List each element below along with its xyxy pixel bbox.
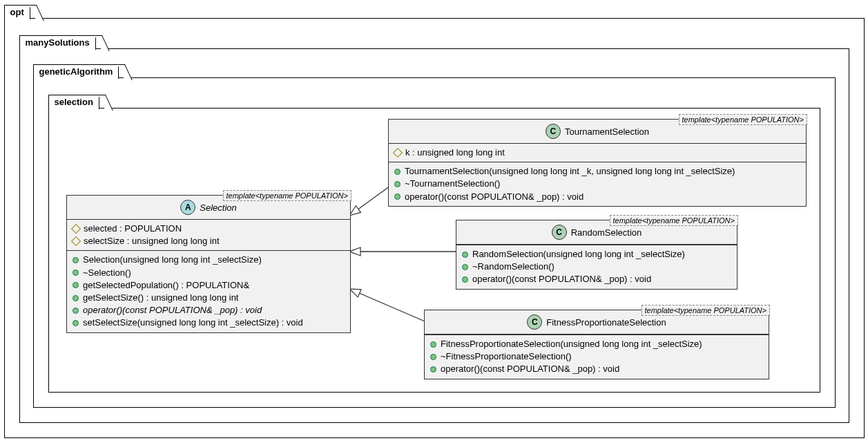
public-marker [73,320,79,326]
public-marker [394,181,401,187]
class-tournamentselection: template<typename POPULATION> C Tourname… [388,119,807,207]
public-marker [462,252,468,258]
public-marker [430,366,436,373]
protected-marker [393,148,403,158]
package-geneticalgorithm-tab: geneticAlgorithm [33,64,119,79]
public-marker [73,308,79,314]
class-fitnessselection-name: FitnessProportionateSelection [546,317,666,328]
abstract-badge: A [180,200,195,215]
class-selection: template<typename POPULATION> A Selectio… [66,195,351,333]
public-marker [430,341,436,348]
public-marker [462,264,468,270]
package-selection-tab: selection [48,95,99,109]
protected-marker [71,236,81,246]
protected-marker [71,224,81,234]
public-marker [73,295,79,301]
public-marker [73,270,79,276]
class-selection-name: Selection [200,202,236,213]
package-opt-tab: opt [4,5,30,19]
public-marker [430,354,436,360]
public-marker [462,276,468,283]
class-badge: C [546,124,561,139]
public-marker [394,169,401,175]
class-tournamentselection-name: TournamentSelection [565,126,649,137]
class-badge: C [552,225,567,240]
class-fitnessselection: template<typename POPULATION> C FitnessP… [424,310,769,379]
class-randomselection: template<typename POPULATION> C RandomSe… [456,220,737,290]
public-marker [394,194,401,200]
package-manysolutions-tab: manySolutions [19,35,96,50]
uml-diagram: opt manySolutions geneticAlgorithm selec… [0,0,868,443]
class-randomselection-name: RandomSelection [571,227,642,238]
public-marker [73,282,79,288]
public-marker [73,257,79,263]
class-badge: C [527,314,542,330]
